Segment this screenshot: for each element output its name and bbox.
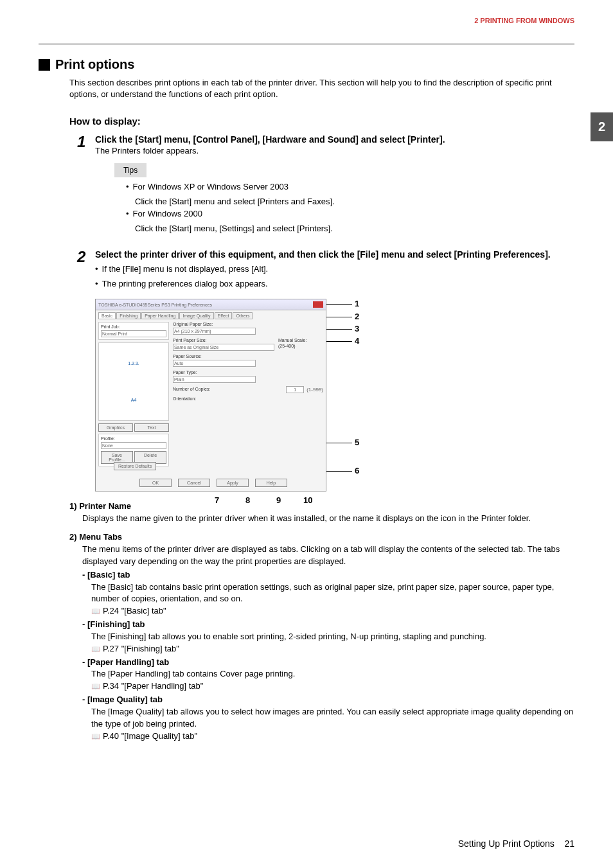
step-1: 1 Click the [Start] menu, [Control Panel… — [77, 134, 574, 242]
original-size-select[interactable]: A4 (210 x 297mm) — [173, 328, 256, 335]
copies-range: (1-999) — [306, 387, 323, 393]
tips-box: Tips For Windows XP or Windows Server 20… — [114, 163, 574, 235]
subtab-finishing-link[interactable]: P.27 "[Finishing] tab" — [91, 643, 574, 655]
print-size-select[interactable]: Same as Original Size — [173, 344, 274, 351]
dialog-tabs: Basic Finishing Paper Handling Image Qua… — [96, 310, 326, 319]
tip-1-body: Click the [Start] menu and select [Print… — [135, 196, 574, 208]
callout-line — [326, 341, 352, 342]
how-to-display-heading: How to display: — [69, 116, 574, 127]
apply-button[interactable]: Apply — [217, 479, 249, 487]
callout-10: 10 — [303, 495, 312, 505]
callout-5: 5 — [355, 438, 359, 447]
graphics-button[interactable]: Graphics — [98, 423, 133, 432]
original-size-label: Original Paper Size: — [173, 322, 323, 326]
manual-scale-range: (25-400) — [278, 344, 323, 348]
subtab-iq-body: The [Image Quality] tab allows you to se… — [91, 706, 574, 731]
paper-source-select[interactable]: Auto — [173, 360, 256, 367]
profile-label: Profile: — [101, 436, 166, 441]
step-1-sub: The Printers folder appears. — [95, 146, 574, 155]
subtab-ph-body: The [Paper Handling] tab contains Cover … — [91, 668, 574, 680]
tip-2-lead: For Windows 2000 — [126, 208, 574, 220]
tab-effect[interactable]: Effect — [215, 312, 233, 319]
desc-2-head: 2) Menu Tabs — [69, 531, 574, 544]
desc-1-head: 1) Printer Name — [69, 500, 574, 513]
subtab-basic-head: [Basic] tab — [82, 569, 574, 581]
orientation-label: Orientation: — [173, 396, 323, 401]
tip-2-body: Click the [Start] menu, [Settings] and s… — [135, 223, 574, 235]
subtab-paper-handling: [Paper Handling] tab The [Paper Handling… — [82, 657, 574, 693]
tab-others[interactable]: Others — [233, 312, 253, 319]
callout-3: 3 — [355, 324, 359, 333]
desc-2-body: The menu items of the printer driver are… — [82, 544, 574, 568]
tab-image-quality[interactable]: Image Quality — [179, 312, 213, 319]
subtab-iq-link[interactable]: P.40 "[Image Quality] tab" — [91, 731, 574, 743]
callout-4: 4 — [355, 336, 359, 346]
subtab-iq-head: [Image Quality] tab — [82, 694, 574, 706]
page-number: 21 — [564, 838, 574, 849]
callout-9: 9 — [276, 495, 281, 505]
footer: Setting Up Print Options 21 — [458, 838, 574, 849]
dialog-title: TOSHIBA e-STUDIO455Series PS3 Printing P… — [98, 303, 212, 307]
preview-a4: A4 — [131, 398, 137, 402]
profile-select[interactable]: None — [101, 442, 166, 449]
callout-6: 6 — [355, 466, 359, 475]
print-job-select[interactable]: Normal Print — [101, 330, 166, 337]
callout-8: 8 — [245, 495, 250, 505]
copies-input[interactable]: 1 — [286, 386, 304, 393]
paper-type-select[interactable]: Plain — [173, 376, 256, 383]
callout-line — [326, 304, 352, 305]
subtab-ph-head: [Paper Handling] tab — [82, 657, 574, 669]
text-button[interactable]: Text — [134, 423, 169, 432]
step-2: 2 Select the printer driver of this equi… — [77, 249, 574, 293]
callout-line — [326, 329, 352, 330]
section-title: Print options — [39, 57, 574, 72]
subtab-finishing: [Finishing] tab The [Finishing] tab allo… — [82, 619, 574, 655]
running-head: 2 PRINTING FROM WINDOWS — [39, 17, 574, 44]
step-2-bullet-2: The printing preferences dialog box appe… — [95, 278, 574, 290]
figure-wrapper: TOSHIBA e-STUDIO455Series PS3 Printing P… — [95, 299, 365, 492]
step-number: 1 — [77, 134, 95, 242]
step-2-head: Select the printer driver of this equipm… — [95, 249, 574, 260]
subtab-basic: [Basic] tab The [Basic] tab contains bas… — [82, 569, 574, 617]
callout-line — [326, 317, 352, 317]
print-job-group: Print Job: Normal Print — [98, 322, 169, 340]
manual-scale-label: Manual Scale: — [278, 338, 323, 342]
callout-line — [326, 471, 352, 472]
desc-1-body: Displays the name given to the printer d… — [82, 513, 574, 525]
preview-pane: 1.2.3. A4 — [98, 342, 169, 421]
print-job-label: Print Job: — [101, 324, 166, 329]
cancel-button[interactable]: Cancel — [178, 479, 210, 487]
step-number: 2 — [77, 249, 95, 293]
help-button[interactable]: Help — [255, 479, 287, 487]
step-2-bullet-1: If the [File] menu is not displayed, pre… — [95, 263, 574, 276]
subtab-basic-link[interactable]: P.24 "[Basic] tab" — [91, 605, 574, 617]
print-size-label: Print Paper Size: — [173, 338, 274, 342]
close-icon[interactable] — [313, 301, 323, 308]
tab-paper-handling[interactable]: Paper Handling — [141, 312, 179, 319]
tab-basic[interactable]: Basic — [98, 312, 116, 319]
paper-type-label: Paper Type: — [173, 370, 323, 375]
desc-menu-tabs: 2) Menu Tabs The menu items of the print… — [69, 531, 574, 742]
callout-1: 1 — [355, 299, 359, 308]
copies-label: Number of Copies: — [173, 387, 283, 391]
callout-2: 2 — [355, 312, 359, 321]
subtab-image-quality: [Image Quality] tab The [Image Quality] … — [82, 694, 574, 742]
printing-preferences-dialog: TOSHIBA e-STUDIO455Series PS3 Printing P… — [95, 299, 326, 492]
tip-1-lead: For Windows XP or Windows Server 2003 — [126, 181, 574, 193]
chapter-thumb-tab: 2 — [591, 112, 613, 141]
subtab-finishing-body: The [Finishing] tab allows you to enable… — [91, 631, 574, 643]
subtab-finishing-head: [Finishing] tab — [82, 619, 574, 631]
tips-label: Tips — [114, 163, 147, 177]
dialog-titlebar: TOSHIBA e-STUDIO455Series PS3 Printing P… — [96, 299, 326, 310]
section-title-text: Print options — [55, 57, 134, 72]
section-intro: This section describes print options in … — [69, 77, 574, 100]
paper-source-label: Paper Source: — [173, 354, 323, 359]
restore-defaults-button[interactable]: Restore Defaults — [114, 462, 156, 470]
callout-line — [326, 443, 352, 443]
tab-finishing[interactable]: Finishing — [116, 312, 141, 319]
desc-printer-name: 1) Printer Name Displays the name given … — [69, 500, 574, 525]
ok-button[interactable]: OK — [139, 479, 172, 487]
subtab-basic-body: The [Basic] tab contains basic print ope… — [91, 581, 574, 606]
step-1-head: Click the [Start] menu, [Control Panel],… — [95, 134, 574, 145]
subtab-ph-link[interactable]: P.34 "[Paper Handling] tab" — [91, 680, 574, 693]
